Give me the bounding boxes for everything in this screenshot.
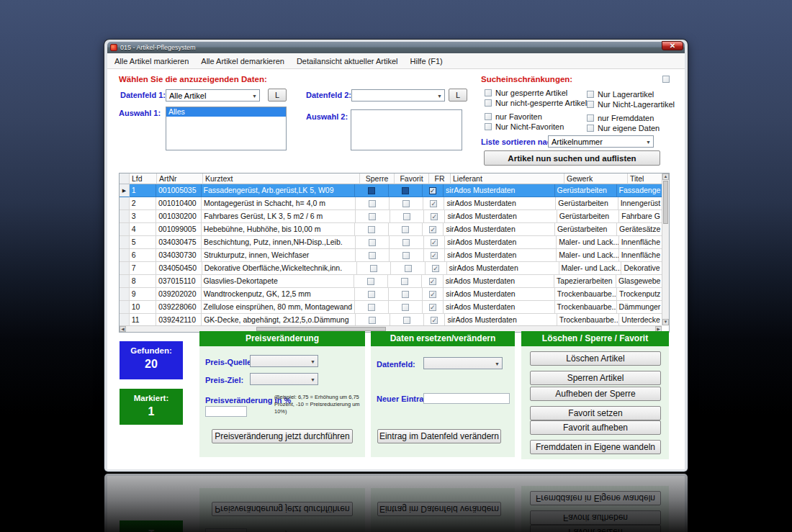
search-checkbox-right-1[interactable]: Nur Nicht-Lagerartikel <box>587 99 675 109</box>
action-panel: Löschen / Sperre / Favorit Löschen Artik… <box>521 331 669 459</box>
sort-label: Liste sortieren nach: <box>481 137 559 146</box>
gefunden-value: 20 <box>120 358 183 371</box>
row-checkbox-icon <box>403 213 410 220</box>
row-checkbox-icon: ✓ <box>429 304 436 311</box>
row-checkbox-icon: ✓ <box>429 278 436 285</box>
auswahl2-listbox[interactable] <box>351 109 462 150</box>
preis-ziel-combobox[interactable]: ▼ <box>250 373 318 385</box>
close-icon: ✕ <box>670 42 675 50</box>
row-selector <box>120 223 130 236</box>
row-checkbox-icon <box>402 187 409 194</box>
row-checkbox-icon <box>367 278 374 285</box>
data-execute-button[interactable]: Eintrag im Datenfeld verändern <box>377 429 501 443</box>
titlebar[interactable]: 015 - Artikel-Pflegesystem ✕ <box>107 42 685 53</box>
scroll-down-icon[interactable]: ▼ <box>662 319 669 325</box>
search-checkbox-left-2[interactable]: nur Favoriten <box>485 112 587 121</box>
action-button-2[interactable]: Aufheben der Sperre <box>530 387 661 401</box>
close-button[interactable]: ✕ <box>662 41 683 50</box>
reflection-fade <box>104 474 688 532</box>
desktop-background: 015 - Artikel-Pflegesystem ✕ Alle Artike… <box>0 0 792 532</box>
auswahl1-selected-item[interactable]: Alles <box>166 107 286 117</box>
datenfeld2-combobox[interactable]: ▼ <box>351 89 445 102</box>
l-button-1[interactable]: L <box>268 89 287 102</box>
menu-item-0[interactable]: Alle Artikel markieren <box>114 57 189 66</box>
price-panel: Preisveränderung Preis-Quelle: ▼ Preis-Z… <box>199 331 365 457</box>
row-checkbox-icon <box>368 304 375 311</box>
gefunden-counter: Gefunden: 20 <box>120 341 183 379</box>
search-checkbox-left-1[interactable]: Nur nicht-gesperrte Artikel <box>485 98 587 107</box>
action-panel-title: Löschen / Sperre / Favorit <box>521 331 669 346</box>
preis-quelle-label: Preis-Quelle: <box>205 358 254 366</box>
action-button-3[interactable]: Favorit setzen <box>530 406 661 420</box>
datenfeld1-combobox[interactable]: Alle Artikel▼ <box>166 89 260 102</box>
table-row[interactable]: ▶1001005035Fassadengerüst, Arb.gerüst,LK… <box>120 184 662 197</box>
column-header: FR <box>429 173 451 184</box>
checkbox-icon <box>485 113 492 120</box>
row-checkbox-icon <box>402 226 409 233</box>
search-execute-button[interactable]: Artikel nun suchen und auflisten <box>484 150 660 166</box>
table-row[interactable]: 3001030200Fahrbares Gerüst, LK 3, 5 m2 /… <box>120 210 662 223</box>
datenfeld-combobox[interactable]: ▼ <box>423 357 503 369</box>
percent-input[interactable] <box>205 406 247 417</box>
table-row[interactable]: 6034030730Strukturputz, innen, Weichfase… <box>120 249 662 262</box>
row-checkbox-icon: ✓ <box>431 252 438 259</box>
datenfeld-label: Datenfeld: <box>377 360 415 369</box>
action-button-0[interactable]: Löschen Artikel <box>530 351 661 366</box>
row-selector <box>120 288 130 301</box>
chevron-down-icon: ▼ <box>437 94 442 99</box>
main-content: Wählen Sie die anzuzeigenden Daten: Date… <box>107 69 685 469</box>
search-checkbox-right-3[interactable]: Nur eigene Daten <box>587 123 675 132</box>
preis-ziel-label: Preis-Ziel: <box>205 376 243 384</box>
chevron-down-icon: ▼ <box>495 361 500 366</box>
price-execute-button[interactable]: Preisveränderung jetzt durchführen <box>212 429 353 443</box>
action-button-5[interactable]: Fremddaten in Eigene wandeln <box>530 440 661 454</box>
menu-item-1[interactable]: Alle Artikel demarkieren <box>201 57 284 66</box>
scroll-left-icon[interactable]: ◀ <box>120 326 126 332</box>
vscroll-thumb[interactable] <box>663 181 668 224</box>
neuer-eintrag-input[interactable] <box>423 393 510 404</box>
table-row[interactable]: 4001099005Hebebühne, Hubhöhe, bis 10,00 … <box>120 223 662 236</box>
row-checkbox-icon: ✓ <box>431 317 438 324</box>
menu-item-2[interactable]: Detailansicht aktueller Artikel <box>297 57 398 66</box>
row-selector <box>120 262 130 275</box>
preis-quelle-combobox[interactable]: ▼ <box>250 355 318 367</box>
table-row[interactable]: 8037015110Glasvlies-Dekortapete✓sirAdos … <box>120 275 662 288</box>
row-checkbox-icon <box>368 291 375 298</box>
sort-combobox[interactable]: Artikelnummer▼ <box>548 135 654 148</box>
table-row[interactable]: 5034030475Beschichtung, Putz, innen,NH-D… <box>120 236 662 249</box>
column-header: Sperre <box>360 173 395 184</box>
row-selector <box>120 197 130 210</box>
percent-note: (Beispiel: 6,75 = Erhöhung um 6,75 Proze… <box>274 394 361 415</box>
action-button-1[interactable]: Sperren Artikel <box>530 371 661 385</box>
table-row[interactable]: 7034050450Dekorative Oberfläche,Wickelte… <box>120 262 662 275</box>
corner-checkbox[interactable] <box>662 76 670 83</box>
table-row[interactable]: 2001010400Montagegerüst in Schacht, h= 4… <box>120 197 662 210</box>
row-checkbox-icon: ✓ <box>429 187 436 194</box>
search-checkbox-left-3[interactable]: Nur Nicht-Favoriten <box>485 122 587 131</box>
vertical-scrollbar[interactable]: ▲ ▼ <box>662 173 669 325</box>
search-checkbox-right-2[interactable]: nur Fremddaten <box>587 113 675 122</box>
action-button-4[interactable]: Favorit aufheben <box>530 420 661 435</box>
datenfeld1-label: Datenfeld 1: <box>120 91 166 99</box>
data-panel-title: Daten ersetzen/verändern <box>371 331 515 346</box>
table-row[interactable]: 10039228060Zellulose einsprühen, 80 mm, … <box>120 301 662 314</box>
table-row[interactable]: 11039242110GK-Decke, abgehängt, 2x12,5,o… <box>120 314 662 325</box>
row-checkbox-icon <box>402 239 410 246</box>
scroll-up-icon[interactable]: ▲ <box>662 173 669 180</box>
data-panel: Daten ersetzen/verändern Datenfeld: ▼ Ne… <box>371 331 515 457</box>
menu-item-3[interactable]: Hilfe (F1) <box>410 57 443 66</box>
auswahl2-label: Auswahl 2: <box>306 112 348 121</box>
row-selector <box>120 314 130 325</box>
search-checkbox-right-0[interactable]: Nur Lagerartikel <box>587 89 675 99</box>
l-button-2[interactable]: L <box>449 89 467 102</box>
row-checkbox-icon <box>402 304 409 311</box>
search-checkbox-left-0[interactable]: Nur gesperrte Artikel <box>485 88 587 97</box>
checkbox-icon <box>587 125 594 132</box>
column-header: Kurztext <box>203 173 360 184</box>
column-header: Gewerk <box>564 173 628 184</box>
auswahl1-listbox[interactable]: Alles <box>166 107 287 150</box>
checkbox-icon <box>587 91 594 98</box>
row-checkbox-icon <box>369 200 376 207</box>
row-checkbox-icon: ✓ <box>429 291 436 298</box>
table-row[interactable]: 9039202020Wandtrockenputz, GK, 12,5 mm✓s… <box>120 288 662 301</box>
